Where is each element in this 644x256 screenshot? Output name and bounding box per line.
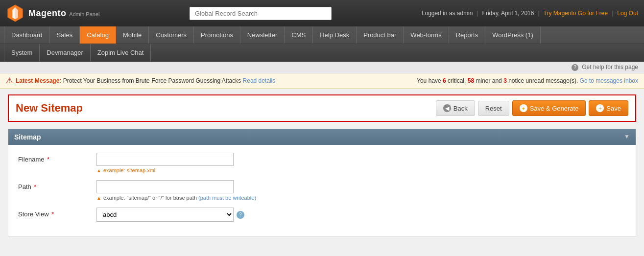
logo-title-group: Magento Admin Panel (28, 8, 100, 19)
logo-subtitle: Admin Panel (69, 11, 99, 17)
save-icon: + (596, 104, 604, 112)
header-right: Logged in as admin | Friday, April 1, 20… (422, 10, 638, 17)
read-details-link[interactable]: Read details (243, 77, 276, 84)
sep1: | (477, 10, 478, 17)
page-title: New Sitemap (16, 102, 83, 115)
nav-row2: System Devmanager Zopim Live Chat (0, 44, 644, 61)
sep3: | (612, 10, 613, 17)
store-view-control-row: abcd ? (96, 208, 626, 222)
sitemap-section: Sitemap ▼ Filename * ▲ example: sitemap.… (8, 129, 636, 237)
sidebar-item-mobile[interactable]: Mobile (116, 26, 149, 44)
search-area (100, 7, 422, 20)
logo-area: Magento Admin Panel (6, 4, 100, 23)
logo-name: Magento (28, 8, 67, 18)
sidebar-item-system[interactable]: System (4, 44, 40, 61)
filename-hint-text: example: sitemap.xml (103, 167, 155, 173)
path-hint: ▲ example: "sitemap/" or "/" for base pa… (96, 195, 626, 201)
store-view-help-icon[interactable]: ? (237, 211, 244, 219)
sidebar-item-productbar[interactable]: Product bar (357, 26, 404, 44)
sidebar-item-reports[interactable]: Reports (449, 26, 486, 44)
back-button[interactable]: ◀ Back (436, 100, 475, 116)
save-label: Save (606, 105, 621, 112)
sidebar-item-helpdesk[interactable]: Help Desk (313, 26, 357, 44)
sidebar-item-newsletter[interactable]: Newsletter (240, 26, 285, 44)
logout-link[interactable]: Log Out (617, 10, 638, 17)
sidebar-item-cms[interactable]: CMS (285, 26, 313, 44)
store-view-row: Store View * abcd ? (18, 208, 626, 222)
user-info: Logged in as admin (422, 10, 473, 17)
sidebar-item-zopim[interactable]: Zopim Live Chat (91, 44, 151, 61)
help-icon: ? (572, 64, 578, 71)
critical-label: critical, (448, 77, 466, 84)
page-header: New Sitemap ◀ Back Reset + Save & Genera… (8, 94, 636, 122)
alert-bar: ⚠ Latest Message: Protect Your Business … (0, 73, 644, 89)
nav: Dashboard Sales Catalog Mobile Customers… (0, 26, 644, 62)
filename-hint: ▲ example: sitemap.xml (96, 167, 626, 173)
sitemap-collapse-icon[interactable]: ▼ (624, 133, 630, 141)
page-actions: ◀ Back Reset + Save & Generate + Save (436, 100, 628, 116)
path-input[interactable] (96, 180, 234, 193)
minor-count: 58 (468, 77, 474, 84)
sitemap-header: Sitemap ▼ (8, 129, 636, 145)
sep2: | (538, 10, 539, 17)
hint-triangle1: ▲ (96, 168, 101, 173)
path-row: Path * ▲ example: "sitemap/" or "/" for … (18, 180, 626, 201)
reset-button[interactable]: Reset (478, 101, 509, 116)
try-magento-link[interactable]: Try Magento Go for Free (544, 10, 608, 17)
help-link[interactable]: Get help for this page (582, 64, 638, 70)
sitemap-body: Filename * ▲ example: sitemap.xml Path * (8, 145, 636, 236)
alert-icon: ⚠ (6, 77, 13, 85)
path-required: * (32, 183, 37, 190)
search-input[interactable] (190, 7, 332, 20)
sidebar-item-customers[interactable]: Customers (149, 26, 194, 44)
inbox-link[interactable]: Go to messages inbox (580, 77, 638, 84)
sidebar-item-catalog[interactable]: Catalog (80, 26, 116, 44)
filename-row: Filename * ▲ example: sitemap.xml (18, 153, 626, 173)
reset-label: Reset (485, 105, 502, 112)
alert-right: You have 6 critical, 58 minor and 3 noti… (417, 77, 638, 84)
help-bar: ? Get help for this page (0, 62, 644, 73)
sidebar-item-sales[interactable]: Sales (50, 26, 80, 44)
sidebar-item-devmanager[interactable]: Devmanager (40, 44, 90, 61)
sidebar-item-wordpress[interactable]: WordPress (1) (485, 26, 541, 44)
content: New Sitemap ◀ Back Reset + Save & Genera… (0, 89, 644, 243)
sidebar-item-promotions[interactable]: Promotions (194, 26, 240, 44)
alert-message: Protect Your Business from Brute-Force P… (63, 77, 241, 84)
alert-left: ⚠ Latest Message: Protect Your Business … (6, 77, 275, 85)
critical-count: 6 (443, 77, 446, 84)
header: Magento Admin Panel Logged in as admin |… (0, 0, 644, 26)
minor-label: minor and (476, 77, 501, 84)
magento-logo-icon (6, 4, 24, 23)
store-view-field: abcd ? (96, 208, 626, 222)
filename-input[interactable] (96, 153, 234, 166)
alert-right-pre: You have (417, 77, 441, 84)
save-generate-icon: + (520, 104, 527, 112)
back-icon: ◀ (443, 104, 451, 112)
filename-field: ▲ example: sitemap.xml (96, 153, 626, 173)
alert-label: Latest Message: (16, 77, 61, 84)
sidebar-item-webforms[interactable]: Web-forms (404, 26, 449, 44)
store-view-label: Store View * (18, 208, 96, 218)
notice-suffix: notice unread message(s). (508, 77, 578, 84)
nav-row1: Dashboard Sales Catalog Mobile Customers… (0, 26, 644, 44)
path-field: ▲ example: "sitemap/" or "/" for base pa… (96, 180, 626, 201)
path-hint-text: example: "sitemap/" or "/" for base path… (103, 195, 256, 201)
store-view-required: * (50, 210, 54, 218)
filename-required: * (45, 156, 49, 163)
save-button[interactable]: + Save (589, 100, 628, 116)
hint-triangle2: ▲ (96, 195, 101, 201)
sidebar-item-dashboard[interactable]: Dashboard (4, 26, 50, 44)
back-label: Back (453, 105, 468, 112)
store-view-select[interactable]: abcd (96, 208, 234, 222)
sitemap-title: Sitemap (14, 133, 41, 141)
notice-count: 3 (503, 77, 507, 84)
save-generate-button[interactable]: + Save & Generate (512, 100, 586, 116)
path-label: Path * (18, 180, 96, 190)
alert-text: Latest Message: Protect Your Business fr… (16, 77, 275, 84)
save-generate-label: Save & Generate (530, 105, 579, 112)
filename-label: Filename * (18, 153, 96, 163)
date-info: Friday, April 1, 2016 (482, 10, 534, 17)
